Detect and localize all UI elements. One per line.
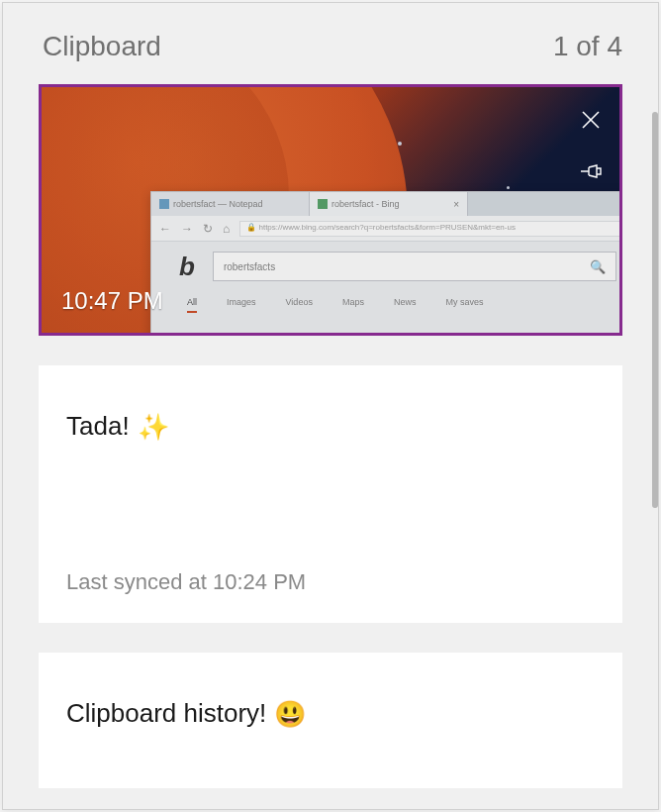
panel-header: Clipboard 1 of 4 [3, 3, 658, 84]
delete-button[interactable] [576, 105, 606, 135]
clip-item-text[interactable]: Tada! ✨ Last synced at 10:24 PM [39, 365, 622, 623]
sparkles-icon: ✨ [138, 414, 169, 440]
sync-status: Last synced at 10:24 PM [66, 569, 595, 595]
clip-list[interactable]: robertsfact — Notepad robertsfact - Bing… [3, 84, 658, 809]
browser-window-preview: robertsfact — Notepad robertsfact - Bing… [150, 191, 622, 336]
clip-item-image[interactable]: robertsfact — Notepad robertsfact - Bing… [39, 84, 622, 336]
panel-title: Clipboard [43, 31, 161, 62]
scrollbar-thumb[interactable] [652, 112, 658, 508]
item-counter: 1 of 4 [553, 31, 622, 62]
clip-actions [576, 105, 606, 186]
clipboard-panel: Clipboard 1 of 4 robertsfact — Notepad r… [2, 2, 659, 810]
clip-timestamp: 10:47 PM [61, 287, 163, 315]
clip-text-content: Tada! ✨ [66, 411, 595, 442]
clip-item-text[interactable]: Clipboard history! 😃 [39, 653, 622, 788]
pin-icon [579, 163, 603, 179]
pin-button[interactable] [576, 156, 606, 186]
clip-text-content: Clipboard history! 😃 [66, 698, 595, 729]
close-icon [581, 110, 601, 130]
grinning-face-icon: 😃 [274, 701, 306, 727]
